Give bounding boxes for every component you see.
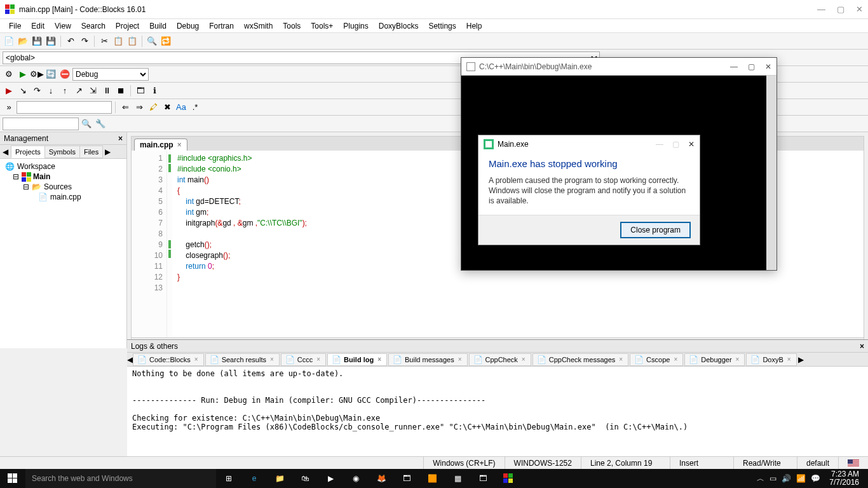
menu-plugins[interactable]: Plugins [338,20,373,32]
console-maximize-button[interactable]: ▢ [748,62,755,71]
log-tab-doxyb[interactable]: 📄DoxyB× [746,353,796,366]
logs-tab-left-icon[interactable]: ◀ [127,355,133,364]
taskbar-clock[interactable]: 7:23 AM7/7/2016 [825,470,863,487]
build-target-selector[interactable]: Debug [72,68,149,81]
log-tab-buildlog[interactable]: 📄Build log× [327,353,387,366]
tray-action-center-icon[interactable]: 💬 [811,474,820,483]
log-tab-debugger[interactable]: 📄Debugger× [684,353,745,366]
debug-start-icon[interactable]: ▶ [3,85,15,97]
log-tab-close-icon[interactable]: × [735,356,741,363]
error-close-button[interactable]: ✕ [688,140,695,149]
console-minimize-button[interactable]: — [730,62,738,71]
log-tab-close-icon[interactable]: × [618,356,624,363]
log-tab-close-icon[interactable]: × [457,356,463,363]
search-input[interactable] [17,101,112,114]
save-all-icon[interactable]: 💾 [44,35,57,48]
close-button[interactable]: ✕ [856,4,863,14]
menu-doxyblocks[interactable]: DoxyBlocks [374,20,424,32]
editor-tab-close-icon[interactable]: × [177,140,182,149]
prev-icon[interactable]: ⇐ [119,101,132,114]
replace-icon[interactable]: 🔁 [159,35,172,48]
rebuild-icon[interactable]: 🔄 [44,68,57,81]
menu-build[interactable]: Build [144,20,172,32]
tree-folder-sources[interactable]: ⊟📂Sources [3,182,124,192]
console-close-button[interactable]: ✕ [765,62,771,71]
build-icon[interactable]: ⚙ [3,68,15,81]
run-to-cursor-icon[interactable]: ↘ [17,85,29,97]
misc-input[interactable] [3,118,79,130]
firefox-icon[interactable]: 🦊 [369,469,394,488]
log-tab-cppcheckmessages[interactable]: 📄CppCheck messages× [532,353,628,366]
maximize-button[interactable]: ▢ [837,4,844,14]
step-out-icon[interactable]: ↑ [58,85,71,97]
logs-tab-right-icon[interactable]: ▶ [798,355,804,364]
open-file-icon[interactable]: 📂 [17,35,29,48]
mgmt-tab-right-icon[interactable]: ▶ [102,146,113,158]
tab-projects[interactable]: Projects [11,146,45,158]
log-tab-close-icon[interactable]: × [269,356,275,363]
step-into-icon[interactable]: ↓ [44,85,57,97]
menu-fortran[interactable]: Fortran [204,20,239,32]
redo-icon[interactable]: ↷ [78,35,91,48]
next-line-icon[interactable]: ↷ [31,85,43,97]
log-tab-close-icon[interactable]: × [786,356,792,363]
edge-icon[interactable]: e [241,469,267,488]
log-tab-close-icon[interactable]: × [672,356,679,363]
management-close-icon[interactable]: × [118,134,123,143]
menu-tools+[interactable]: Tools+ [306,20,338,32]
break-icon[interactable]: ⏸ [100,85,113,97]
tree-file-maincpp[interactable]: 📄main.cpp [3,192,124,202]
task-view-icon[interactable]: ⊞ [216,469,241,488]
clear-highlight-icon[interactable]: ✖ [161,101,173,114]
explorer-icon[interactable]: 📁 [267,469,292,488]
goto-icon[interactable]: » [3,101,15,114]
debug-windows-icon[interactable]: 🗔 [134,85,147,97]
stop-debug-icon[interactable]: ⏹ [114,85,127,97]
find-icon[interactable]: 🔍 [146,35,158,48]
log-tab-close-icon[interactable]: × [193,356,200,363]
regex-icon[interactable]: .* [189,101,201,114]
menu-wxsmith[interactable]: wxSmith [239,20,278,32]
paste-icon[interactable]: 📋 [126,35,139,48]
log-tab-close-icon[interactable]: × [315,356,322,363]
menu-tools[interactable]: Tools [278,20,306,32]
app2-icon[interactable]: 🟧 [419,469,445,488]
menu-search[interactable]: Search [76,20,111,32]
copy-icon[interactable]: 📋 [112,35,125,48]
store-icon[interactable]: 🛍 [292,469,318,488]
menu-view[interactable]: View [50,20,76,32]
step-instr-icon[interactable]: ⇲ [86,85,99,97]
mgmt-tab-left-icon[interactable]: ◀ [0,146,11,158]
build-run-icon[interactable]: ⚙▶ [31,68,43,81]
tab-files[interactable]: Files [79,146,103,158]
logs-close-icon[interactable]: × [860,342,864,351]
console-vscrollbar[interactable] [766,76,776,270]
log-tab-codeblocks[interactable]: 📄Code::Blocks× [133,353,204,366]
build-log-body[interactable]: Nothing to be done (all items are up-to-… [127,367,868,469]
log-tab-cccc[interactable]: 📄Cccc× [281,353,326,366]
log-tab-buildmessages[interactable]: 📄Build messages× [388,353,468,366]
app3-icon[interactable]: ▦ [445,469,470,488]
close-program-button[interactable]: Close program [620,222,691,238]
match-case-icon[interactable]: Aa [175,101,187,114]
log-tab-cppcheck[interactable]: 📄CppCheck× [469,353,531,366]
media-icon[interactable]: ▶ [318,469,343,488]
menu-debug[interactable]: Debug [172,20,204,32]
menu-project[interactable]: Project [111,20,144,32]
minimize-button[interactable]: — [817,4,825,14]
abort-icon[interactable]: ⛔ [58,68,71,81]
undo-icon[interactable]: ↶ [64,35,77,48]
tab-symbols[interactable]: Symbols [44,146,80,158]
tree-project[interactable]: ⊟Main [3,172,124,182]
language-flag-icon[interactable] [848,459,859,467]
save-icon[interactable]: 💾 [31,35,43,48]
taskbar-search[interactable]: Search the web and Windows [25,469,216,488]
chrome-icon[interactable]: ◉ [343,469,369,488]
menu-file[interactable]: File [4,20,26,32]
codeblocks-taskbar-icon[interactable] [496,469,521,488]
log-tab-close-icon[interactable]: × [376,356,383,363]
app4-icon[interactable]: 🗔 [470,469,496,488]
info-icon[interactable]: ℹ [148,85,161,97]
app1-icon[interactable]: 🗔 [394,469,419,488]
new-file-icon[interactable]: 📄 [3,35,15,48]
